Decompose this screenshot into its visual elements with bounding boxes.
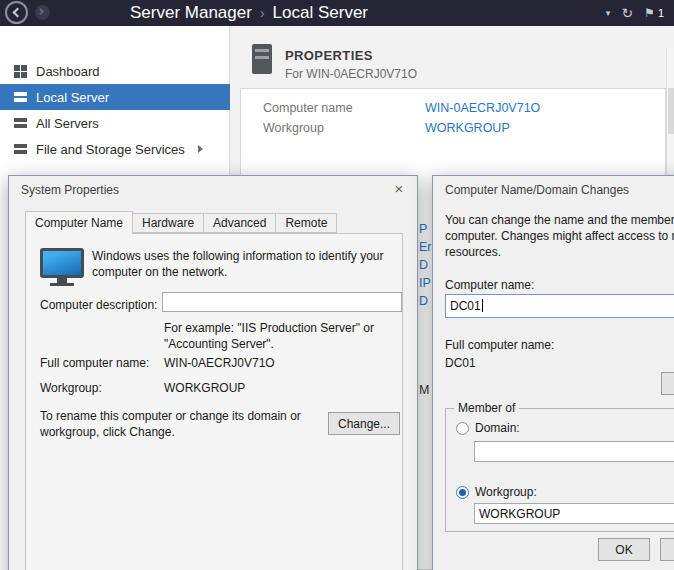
property-row: Workgroup WORKGROUP — [263, 121, 324, 137]
flag-glyph: ⚑ — [644, 6, 655, 20]
workgroup-label: Workgroup: — [40, 381, 102, 395]
server-manager-window: Server Manager›Local Server ▾ ↻ ⚑1 Dashb… — [0, 0, 674, 570]
domain-radio[interactable]: Domain: — [456, 421, 520, 435]
expand-chevron-icon — [198, 145, 203, 153]
tab-hardware[interactable]: Hardware — [132, 213, 204, 233]
computer-description-input[interactable] — [162, 292, 402, 312]
breadcrumb: Server Manager›Local Server — [130, 3, 368, 23]
tab-advanced[interactable]: Advanced — [203, 213, 276, 233]
tab-strip: Computer Name Hardware Advanced Remote — [25, 210, 336, 233]
sidebar-item-label: All Servers — [36, 116, 99, 131]
full-computer-name-label: Full computer name: — [40, 356, 149, 370]
property-label: Computer name — [263, 101, 353, 115]
computer-monitor-icon — [40, 248, 84, 290]
workgroup-input[interactable]: WORKGROUP — [474, 503, 674, 524]
servers-icon — [14, 117, 27, 130]
occluded-text-fragment: Er — [419, 240, 432, 254]
occluded-text-fragment: D — [419, 294, 428, 308]
occluded-text-fragment: M — [419, 383, 429, 397]
chevron-right-icon — [37, 8, 44, 15]
input-value: WORKGROUP — [479, 507, 560, 521]
radio-selected-icon — [456, 486, 469, 499]
computer-name-domain-changes-dialog: Computer Name/Domain Changes You can cha… — [432, 175, 674, 570]
dialog-title: Computer Name/Domain Changes — [445, 183, 629, 197]
forward-button[interactable] — [35, 5, 50, 20]
close-icon[interactable]: × — [390, 180, 408, 197]
header-actions: ▾ ↻ ⚑1 — [606, 0, 664, 26]
intro-text: Windows uses the following information t… — [92, 248, 388, 280]
workgroup-value: WORKGROUP — [164, 381, 245, 395]
monitor-base — [50, 283, 74, 286]
domain-input[interactable] — [474, 441, 674, 462]
member-of-groupbox: Member of Domain: Workgroup: WORKGROUP — [445, 408, 674, 532]
occluded-text-fragment: P — [419, 222, 427, 236]
tab-computer-name[interactable]: Computer Name — [25, 211, 133, 234]
monitor-screen — [40, 248, 84, 278]
system-properties-dialog: System Properties × Computer Name Hardwa… — [8, 175, 418, 570]
computer-name-link[interactable]: WIN-0AECRJ0V71O — [425, 101, 540, 115]
full-computer-name-value: DC01 — [445, 356, 476, 370]
cancel-button[interactable]: Cancel — [660, 538, 674, 561]
server-slot-decoration — [255, 49, 269, 52]
text-cursor — [482, 299, 483, 312]
occluded-text-fragment: D — [419, 258, 428, 272]
dashboard-icon — [14, 65, 27, 78]
rename-hint-text: To rename this computer or change its do… — [40, 408, 316, 440]
property-row: Computer name WIN-0AECRJ0V71O — [263, 101, 353, 117]
chevron-left-icon — [13, 8, 23, 18]
storage-icon — [14, 143, 27, 156]
change-button[interactable]: Change... — [328, 412, 400, 435]
input-value: DC01 — [450, 299, 481, 313]
back-button[interactable] — [5, 1, 28, 24]
refresh-icon[interactable]: ↻ — [621, 5, 633, 21]
notifications-flag-icon[interactable]: ⚑1 — [644, 6, 664, 20]
app-title: Server Manager — [130, 3, 252, 22]
sidebar-item-all-servers[interactable]: All Servers — [0, 110, 230, 136]
occluded-text-fragment: IP — [419, 276, 431, 290]
sidebar-item-dashboard[interactable]: Dashboard — [0, 58, 230, 84]
sidebar-item-label: Dashboard — [36, 64, 100, 79]
sidebar-item-label: Local Server — [36, 90, 109, 105]
sidebar-item-label: File and Storage Services — [36, 142, 185, 157]
title-bar: Server Manager›Local Server ▾ ↻ ⚑1 — [0, 0, 674, 26]
member-of-label: Member of — [454, 401, 519, 415]
radio-unselected-icon — [456, 422, 469, 435]
ok-button[interactable]: OK — [598, 538, 650, 561]
computer-description-label: Computer description: — [40, 298, 157, 312]
radio-label: Workgroup: — [475, 485, 537, 499]
properties-tile-subtitle: For WIN-0AECRJ0V71O — [285, 67, 417, 81]
properties-tile-icon — [252, 44, 272, 74]
computer-name-label: Computer name: — [445, 278, 534, 292]
properties-tile-title: PROPERTIES — [285, 48, 373, 63]
example-text: For example: "IIS Production Server" or … — [164, 320, 398, 352]
intro-text: You can change the name and the membersh… — [445, 212, 674, 261]
server-icon — [14, 91, 27, 104]
scrollbar-thumb[interactable] — [668, 88, 674, 134]
workgroup-link[interactable]: WORKGROUP — [425, 121, 510, 135]
page-title: Local Server — [273, 3, 368, 22]
computer-name-input[interactable]: DC01 — [445, 294, 674, 318]
property-label: Workgroup — [263, 121, 324, 135]
dialog-title: System Properties — [21, 183, 119, 197]
sidebar-item-file-storage-services[interactable]: File and Storage Services — [0, 136, 230, 162]
notification-count: 1 — [658, 7, 664, 19]
breadcrumb-separator-icon: › — [260, 5, 265, 21]
more-button[interactable]: More... — [661, 372, 674, 395]
tab-remote[interactable]: Remote — [275, 213, 337, 233]
chevron-down-icon[interactable]: ▾ — [606, 8, 611, 18]
full-computer-name-label: Full computer name: — [445, 338, 554, 352]
computer-name-tab-panel: Windows uses the following information t… — [25, 233, 403, 570]
sidebar-item-local-server[interactable]: Local Server — [0, 84, 230, 110]
radio-label: Domain: — [475, 421, 520, 435]
full-computer-name-value: WIN-0AECRJ0V71O — [164, 356, 275, 370]
workgroup-radio[interactable]: Workgroup: — [456, 485, 537, 499]
